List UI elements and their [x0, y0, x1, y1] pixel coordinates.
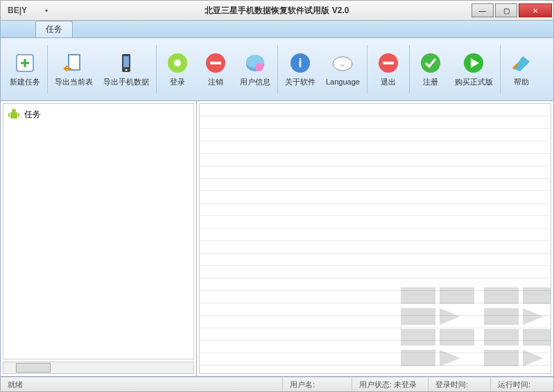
- login-button[interactable]: 登录: [159, 40, 196, 98]
- maximize-button[interactable]: ▢: [495, 3, 517, 17]
- help-icon: [510, 52, 533, 74]
- svg-point-18: [421, 53, 440, 73]
- phone-icon: [115, 52, 137, 74]
- close-button[interactable]: ✕: [519, 3, 552, 17]
- user-info-button[interactable]: 用户信息: [235, 40, 275, 98]
- status-userstate: 用户状态: 未登录: [352, 377, 429, 391]
- language-button[interactable]: .. Language: [321, 40, 365, 98]
- register-label: 注册: [423, 77, 438, 87]
- exit-icon: [377, 52, 399, 74]
- separator: [500, 45, 501, 93]
- separator: [156, 45, 157, 93]
- tree-root-label: 任务: [24, 109, 41, 121]
- ribbon-toolbar: 新建任务 导出当前表 导出手机数据 登录 注销 用户信息 i 关于软件 .. L…: [0, 37, 554, 101]
- svg-rect-17: [383, 62, 394, 64]
- work-area: 任务: [0, 101, 554, 377]
- svg-rect-8: [210, 62, 221, 64]
- status-bar: 就绪 用户名: 用户状态: 未登录 登录时间: 运行时间:: [0, 377, 554, 392]
- exit-label: 退出: [381, 77, 396, 87]
- svg-text:i: i: [298, 56, 302, 70]
- titlebar: BE|Y ▾ 北亚三星手机数据恢复软件试用版 V2.0 — ▢ ✕: [0, 0, 554, 21]
- exit-button[interactable]: 退出: [370, 40, 407, 98]
- login-icon: [166, 52, 189, 74]
- svg-rect-22: [8, 113, 10, 117]
- tree-root-item[interactable]: 任务: [8, 108, 189, 121]
- separator: [409, 45, 410, 93]
- minimize-button[interactable]: —: [471, 3, 494, 17]
- user-info-label: 用户信息: [240, 77, 270, 87]
- status-ready: 就绪: [1, 377, 283, 391]
- about-button[interactable]: i 关于软件: [280, 40, 320, 98]
- buy-label: 购买正式版: [455, 77, 493, 87]
- status-runtime: 运行时间:: [491, 377, 553, 391]
- separator: [367, 45, 367, 93]
- svg-text:..: ..: [341, 60, 345, 67]
- left-pane: 任务: [1, 101, 197, 376]
- help-button[interactable]: 帮助: [503, 40, 540, 98]
- svg-point-4: [125, 69, 128, 71]
- svg-rect-23: [18, 113, 19, 117]
- new-task-icon: [14, 52, 36, 74]
- logout-label: 注销: [208, 77, 223, 87]
- register-button[interactable]: 注册: [412, 40, 449, 98]
- status-userstate-label: 用户状态:: [359, 380, 392, 390]
- new-task-button[interactable]: 新建任务: [5, 40, 45, 98]
- task-tree[interactable]: 任务: [3, 103, 194, 359]
- export-phone-button[interactable]: 导出手机数据: [98, 40, 154, 98]
- help-label: 帮助: [514, 77, 529, 87]
- status-userstate-value: 未登录: [394, 380, 417, 390]
- export-phone-label: 导出手机数据: [103, 77, 149, 87]
- horizontal-scrollbar[interactable]: [3, 362, 194, 374]
- separator: [47, 45, 48, 93]
- logout-icon: [205, 52, 227, 74]
- app-logo: BE|Y: [3, 1, 31, 20]
- ribbon-tabstrip: 任务: [0, 21, 554, 37]
- login-label: 登录: [170, 77, 185, 87]
- new-task-label: 新建任务: [10, 77, 40, 87]
- svg-point-11: [255, 63, 263, 71]
- svg-rect-1: [69, 55, 80, 70]
- android-icon: [8, 108, 20, 121]
- about-label: 关于软件: [285, 77, 315, 87]
- language-label: Language: [326, 78, 360, 86]
- window-controls: — ▢ ✕: [471, 3, 553, 17]
- status-username: 用户名:: [283, 377, 352, 391]
- status-logintime: 登录时间:: [429, 377, 491, 391]
- separator: [277, 45, 278, 93]
- svg-rect-20: [10, 112, 17, 118]
- scrollbar-thumb[interactable]: [16, 363, 51, 373]
- language-icon: ..: [331, 53, 354, 75]
- play-icon: [462, 52, 485, 74]
- content-pane[interactable]: [199, 103, 551, 374]
- watermark: [401, 287, 551, 366]
- svg-rect-3: [123, 56, 129, 67]
- check-icon: [419, 52, 442, 74]
- export-table-button[interactable]: 导出当前表: [50, 40, 98, 98]
- user-info-icon: [244, 52, 266, 74]
- info-icon: i: [289, 52, 311, 74]
- export-table-icon: [63, 52, 85, 74]
- qat-dropdown-icon[interactable]: ▾: [45, 8, 48, 14]
- logout-button[interactable]: 注销: [197, 40, 234, 98]
- tab-tasks[interactable]: 任务: [35, 21, 73, 37]
- svg-point-21: [12, 109, 16, 113]
- svg-point-6: [174, 60, 181, 66]
- buy-button[interactable]: 购买正式版: [450, 40, 498, 98]
- window-title: 北亚三星手机数据恢复软件试用版 V2.0: [205, 5, 349, 17]
- export-table-label: 导出当前表: [55, 77, 93, 87]
